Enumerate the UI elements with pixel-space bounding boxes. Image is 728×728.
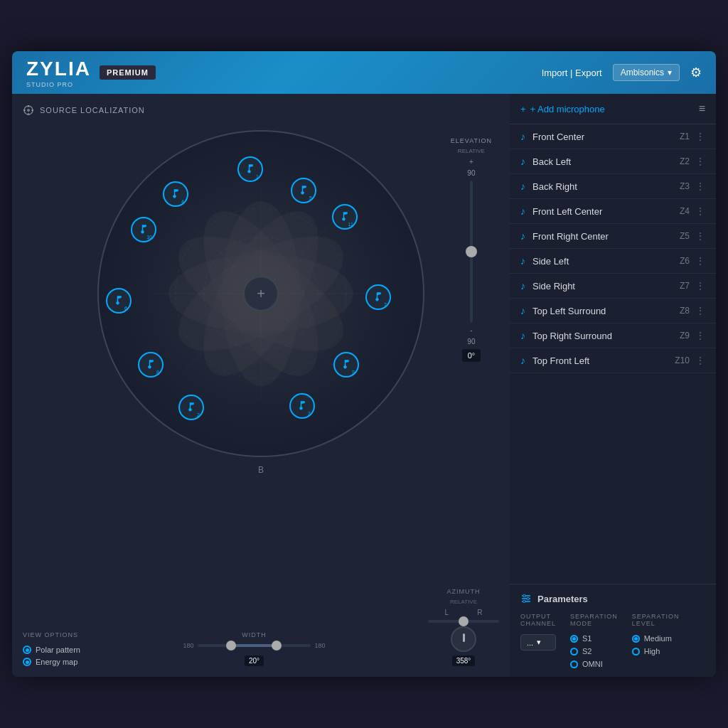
mic-more-2[interactable]: ⋮	[695, 156, 705, 167]
note-icon-5[interactable]: 5	[291, 178, 316, 203]
center-button[interactable]: +	[243, 276, 279, 311]
mic-note-icon-3: ♪	[520, 181, 525, 192]
azimuth-control: AZIMUTH RELATIVE L R 358°	[428, 588, 499, 666]
elevation-thumb[interactable]	[466, 246, 477, 257]
ambisonics-button[interactable]: Ambisonics ▾	[613, 64, 680, 81]
premium-badge: PREMIUM	[100, 65, 156, 80]
ambisonics-label: Ambisonics	[621, 68, 664, 77]
left-panel: SOURCE LOCALIZATION	[12, 94, 510, 677]
note-icon-7[interactable]: 7	[365, 284, 391, 310]
gear-icon[interactable]: ⚙	[690, 65, 702, 80]
header-right: Import | Export Ambisonics ▾ ⚙	[542, 64, 702, 81]
mic-item-back-right[interactable]: ♪ Back Right Z3 ⋮	[510, 174, 716, 199]
sep-level-high[interactable]: High	[632, 647, 680, 655]
header: ZYLIA STUDIO PRO PREMIUM Import | Export…	[12, 51, 716, 94]
energy-map-label: Energy map	[36, 658, 77, 666]
sep-mode-s2[interactable]: S2	[570, 647, 618, 655]
separation-mode-label: SEPARATIONMODE	[570, 613, 618, 627]
microphone-list[interactable]: ♪ Front Center Z1 ⋮ ♪ Back Left Z2 ⋮ ♪ B…	[510, 124, 716, 584]
chevron-down-icon: ▾	[668, 68, 672, 77]
sep-omni-radio[interactable]	[570, 660, 578, 668]
mic-more-8[interactable]: ⋮	[695, 305, 705, 316]
mic-zone-9: Z9	[680, 331, 690, 341]
mic-name-8: Top Left Surround	[532, 306, 680, 316]
sep-mode-omni[interactable]: OMNI	[570, 660, 618, 668]
width-thumb-left[interactable]	[226, 641, 236, 651]
elevation-slider[interactable]	[470, 181, 473, 323]
sep-s2-label: S2	[582, 647, 592, 655]
azimuth-r: R	[477, 609, 482, 616]
note-icon-10[interactable]: 10	[131, 217, 156, 242]
mic-more-4[interactable]: ⋮	[695, 205, 705, 217]
elevation-bottom-num: 90	[467, 338, 475, 346]
view-options-label: VIEW OPTIONS	[23, 631, 80, 638]
note-icon-4[interactable]: 4	[163, 181, 188, 207]
note-icon-2[interactable]: 2	[178, 395, 204, 420]
azimuth-knob[interactable]	[451, 626, 476, 652]
elevation-top-num: 90	[467, 169, 475, 177]
mic-item-front-left-center[interactable]: ♪ Front Left Center Z4 ⋮	[510, 199, 716, 224]
mic-more-3[interactable]: ⋮	[695, 181, 705, 192]
polar-radio-circle[interactable]	[23, 646, 31, 654]
sep-high-radio[interactable]	[632, 648, 640, 655]
note-icon-11[interactable]: 11	[332, 204, 358, 230]
mic-item-top-front-left[interactable]: ♪ Top Front Left Z10 ⋮	[510, 348, 716, 373]
separation-mode-group: SEPARATIONMODE S1 S2 OMNI	[570, 613, 618, 668]
header-left: ZYLIA STUDIO PRO PREMIUM	[26, 58, 156, 88]
output-channel-select[interactable]: ... ▾	[520, 634, 556, 651]
parameters-grid: OUTPUTCHANNEL ... ▾ SEPARATIONMODE S1	[520, 613, 705, 668]
mic-more-9[interactable]: ⋮	[695, 330, 705, 341]
mic-note-icon-4: ♪	[520, 205, 525, 217]
mic-more-10[interactable]: ⋮	[695, 355, 705, 366]
mic-more-6[interactable]: ⋮	[695, 255, 705, 267]
polar-pattern-radio[interactable]: Polar pattern	[23, 646, 80, 654]
azimuth-thumb[interactable]	[459, 616, 469, 626]
sep-level-medium[interactable]: Medium	[632, 634, 680, 643]
note-icon-1[interactable]: 1	[237, 156, 263, 182]
mic-more-7[interactable]: ⋮	[695, 280, 705, 291]
mic-note-icon-7: ♪	[520, 280, 525, 291]
note-icon-9[interactable]: 9	[333, 352, 359, 378]
energy-map-radio[interactable]: Energy map	[23, 658, 80, 666]
mic-more-1[interactable]: ⋮	[695, 131, 705, 142]
add-microphone-button[interactable]: + + Add microphone	[520, 104, 605, 114]
sep-s1-radio[interactable]	[570, 635, 578, 643]
mic-zone-4: Z4	[680, 206, 690, 216]
output-channel-group: OUTPUTCHANNEL ... ▾	[520, 613, 556, 668]
mic-note-icon-10: ♪	[520, 355, 525, 366]
mic-item-front-right-center[interactable]: ♪ Front Right Center Z5 ⋮	[510, 224, 716, 249]
filter-icon[interactable]: ≡	[699, 102, 705, 115]
sep-omni-label: OMNI	[582, 660, 603, 668]
note-icon-6[interactable]: 6	[106, 288, 132, 314]
logo: ZYLIA STUDIO PRO	[26, 58, 91, 88]
azimuth-slider[interactable]	[428, 620, 499, 623]
circle-container: + 1 4	[90, 123, 432, 464]
mic-item-front-center[interactable]: ♪ Front Center Z1 ⋮	[510, 124, 716, 149]
note-icon-3[interactable]: 3	[289, 393, 315, 419]
mic-zone-7: Z7	[680, 281, 690, 291]
energy-radio-circle[interactable]	[23, 658, 31, 666]
logo-sub: STUDIO PRO	[26, 82, 91, 88]
mic-more-5[interactable]: ⋮	[695, 230, 705, 242]
width-slider-track[interactable]	[198, 644, 311, 647]
import-export-text[interactable]: Import | Export	[542, 68, 602, 78]
mic-zone-2: Z2	[680, 156, 690, 166]
mic-zone-8: Z8	[680, 306, 690, 316]
mic-item-top-right-surround[interactable]: ♪ Top Right Surround Z9 ⋮	[510, 323, 716, 348]
width-thumb-right[interactable]	[272, 641, 282, 651]
svg-point-19	[523, 594, 525, 596]
mic-item-back-left[interactable]: ♪ Back Left Z2 ⋮	[510, 149, 716, 174]
mic-name-10: Top Front Left	[532, 355, 675, 366]
sep-mode-s1[interactable]: S1	[570, 634, 618, 643]
sep-s2-radio[interactable]	[570, 648, 578, 655]
mic-item-side-right[interactable]: ♪ Side Right Z7 ⋮	[510, 274, 716, 299]
width-control: WIDTH 180 180 20°	[95, 631, 414, 666]
mic-item-top-left-surround[interactable]: ♪ Top Left Surround Z8 ⋮	[510, 299, 716, 323]
polar-pattern-label: Polar pattern	[36, 646, 80, 654]
sep-medium-radio[interactable]	[632, 635, 640, 643]
mic-note-icon-6: ♪	[520, 255, 525, 267]
mic-item-side-left[interactable]: ♪ Side Left Z6 ⋮	[510, 249, 716, 274]
width-slider-container: 180 180	[183, 642, 325, 649]
width-label: WIDTH	[242, 631, 267, 638]
note-icon-8[interactable]: 8	[138, 352, 164, 378]
